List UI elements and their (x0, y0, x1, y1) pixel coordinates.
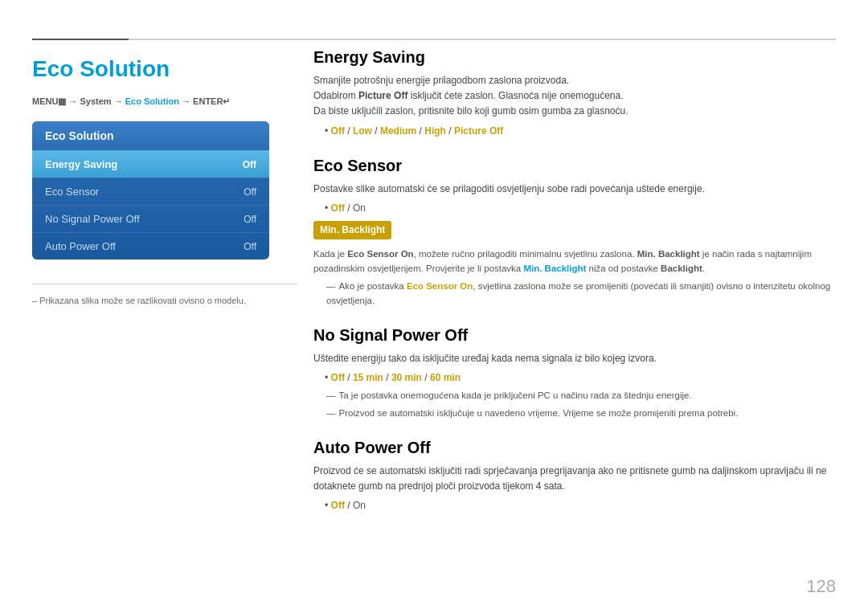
auto-power-off-body: Proizvod će se automatski isključiti rad… (313, 464, 836, 514)
menu-item-eco-sensor[interactable]: Eco Sensor Off (32, 178, 269, 205)
menu-item-energy-saving-label: Energy Saving (45, 158, 117, 170)
menu-item-eco-sensor-value: Off (244, 186, 256, 198)
section-energy-saving: Energy Saving Smanjite potrošnju energij… (313, 48, 836, 139)
no-signal-body: Uštedite energiju tako da isključite ure… (313, 351, 836, 421)
note-section: – Prikazana slika može se razlikovati ov… (32, 284, 297, 305)
right-panel: Energy Saving Smanjite potrošnju energij… (313, 48, 836, 531)
eco-sensor-options: • Off / On (325, 201, 836, 216)
no-signal-line1: Uštedite energiju tako da isključite ure… (313, 351, 836, 366)
menu-item-energy-saving-value: Off (243, 159, 256, 170)
no-signal-note2: Proizvod se automatski isključuje u nave… (321, 407, 836, 421)
menu-item-no-signal-power-off[interactable]: No Signal Power Off Off (32, 205, 269, 232)
page-title: Eco Solution (32, 56, 297, 82)
eco-sensor-note2: Ako je postavka Eco Sensor On, svjetlina… (321, 280, 836, 309)
top-accent (32, 39, 129, 40)
left-panel: Eco Solution MENU▦ → System → Eco Soluti… (32, 48, 297, 305)
no-signal-title: No Signal Power Off (313, 326, 836, 345)
auto-power-off-line1: Proizvod će se automatski isključiti rad… (313, 464, 836, 494)
menu-item-no-signal-label: No Signal Power Off (45, 213, 140, 225)
note-text: – Prikazana slika može se razlikovati ov… (32, 296, 297, 305)
no-signal-options: • Off / 15 min / 30 min / 60 min (325, 370, 836, 386)
energy-saving-body: Smanjite potrošnju energije prilagodbom … (313, 73, 836, 139)
min-backlight-badge: Min. Backlight (313, 221, 391, 239)
menu-box-title: Eco Solution (32, 121, 269, 150)
menu-item-auto-power-off[interactable]: Auto Power Off Off (32, 232, 269, 260)
energy-saving-options: • Off / Low / Medium / High / Picture Of… (325, 124, 836, 139)
auto-power-off-title: Auto Power Off (313, 439, 836, 457)
section-eco-sensor: Eco Sensor Postavke slike automatski će … (313, 157, 836, 309)
section-no-signal-power-off: No Signal Power Off Uštedite energiju ta… (313, 326, 836, 421)
eco-sensor-line1: Postavke slike automatski će se prilagod… (313, 182, 836, 197)
section-auto-power-off: Auto Power Off Proizvod će se automatski… (313, 439, 836, 514)
page-number: 128 (806, 576, 836, 597)
eco-sensor-note1: Kada je Eco Sensor On, možete ručno pril… (313, 247, 836, 276)
auto-power-off-options: • Off / On (325, 498, 836, 513)
menu-path-eco: Eco Solution (125, 96, 179, 106)
menu-item-auto-power-label: Auto Power Off (45, 240, 116, 252)
menu-path: MENU▦ → System → Eco Solution → ENTER↵ (32, 96, 297, 107)
eco-sensor-title: Eco Sensor (313, 157, 836, 175)
menu-item-auto-power-value: Off (244, 241, 256, 252)
menu-item-eco-sensor-label: Eco Sensor (45, 186, 99, 198)
energy-saving-line3: Da biste uključili zaslon, pritisnite bi… (313, 104, 836, 119)
eco-solution-menu: Eco Solution Energy Saving Off Eco Senso… (32, 121, 269, 260)
energy-saving-line2: Odabirom Picture Off isključit ćete zasl… (313, 88, 836, 104)
energy-saving-title: Energy Saving (313, 48, 836, 67)
menu-item-no-signal-value: Off (244, 214, 256, 225)
top-divider (32, 39, 836, 40)
eco-sensor-body: Postavke slike automatski će se prilagod… (313, 182, 836, 309)
energy-saving-line1: Smanjite potrošnju energije prilagodbom … (313, 73, 836, 88)
menu-item-energy-saving[interactable]: Energy Saving Off (32, 150, 269, 178)
no-signal-note1: Ta je postavka onemogućena kada je prikl… (321, 389, 836, 403)
